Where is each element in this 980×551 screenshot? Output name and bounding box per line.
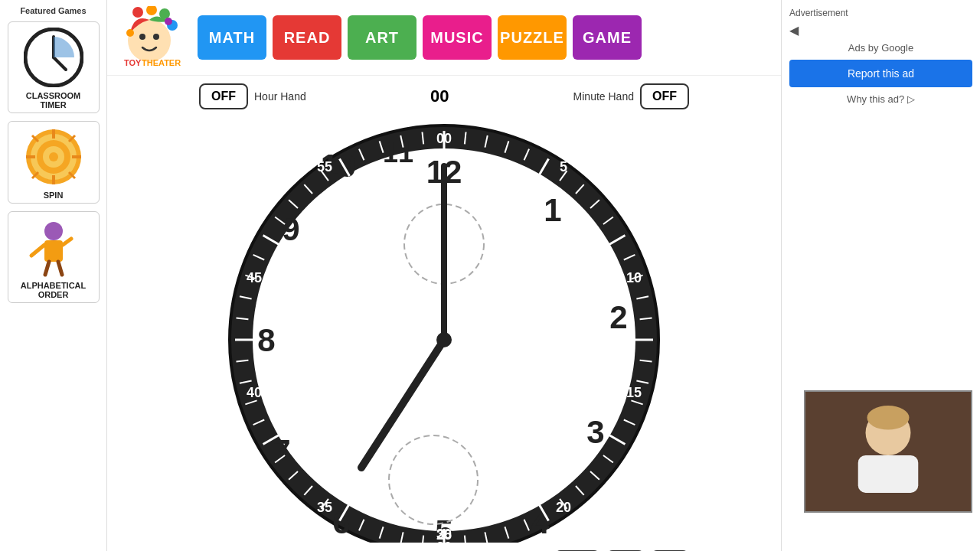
svg-text:1: 1 bbox=[544, 192, 561, 228]
svg-line-19 bbox=[63, 239, 71, 245]
svg-text:3: 3 bbox=[586, 414, 604, 450]
why-this-ad-link[interactable]: Why this ad? ▷ bbox=[789, 93, 972, 105]
svg-point-23 bbox=[146, 6, 157, 15]
webcam-person-icon bbox=[805, 390, 971, 513]
svg-text:TOY: TOY bbox=[124, 58, 142, 67]
main-content: TOY THEATER MATH READ ART MUSIC PUZZLE G… bbox=[107, 0, 781, 551]
ads-by-google-label: Ads by Google bbox=[789, 42, 972, 54]
nav-music-button[interactable]: MUSIC bbox=[423, 15, 492, 60]
svg-text:35: 35 bbox=[317, 500, 332, 515]
svg-point-29 bbox=[126, 29, 134, 37]
sidebar-item-spin[interactable]: SPIN bbox=[8, 121, 100, 204]
minute-hand-label: Minute Hand bbox=[573, 90, 634, 103]
svg-point-30 bbox=[165, 18, 172, 25]
ad-sidebar: Advertisement ◀ Ads by Google Report thi… bbox=[781, 0, 980, 551]
nav-game-button[interactable]: GAME bbox=[573, 15, 642, 60]
svg-point-22 bbox=[132, 7, 143, 18]
clock-area: OFF Hour Hand 00 Minute Hand OFF 12 1 2 bbox=[107, 76, 781, 551]
sidebar-item-label-alphabetical: ALPHABETICALORDER bbox=[21, 281, 87, 299]
svg-point-123 bbox=[436, 332, 452, 347]
clock-preview-icon bbox=[23, 27, 84, 88]
nav-art-button[interactable]: ART bbox=[348, 15, 416, 60]
svg-line-20 bbox=[45, 262, 49, 275]
alphabetical-preview-icon bbox=[23, 217, 84, 278]
minute-display: 00 bbox=[430, 86, 449, 106]
webcam-preview bbox=[804, 390, 972, 513]
svg-text:55: 55 bbox=[317, 159, 332, 174]
hour-hand-label: Hour Hand bbox=[254, 90, 306, 103]
hour-hand-off-button[interactable]: OFF bbox=[199, 83, 248, 109]
svg-point-127 bbox=[867, 406, 910, 429]
svg-rect-126 bbox=[858, 455, 919, 493]
sidebar-item-label-classroom-timer: CLASSROOMTIMER bbox=[26, 91, 81, 109]
svg-point-16 bbox=[44, 222, 63, 240]
svg-point-28 bbox=[153, 34, 159, 40]
analog-clock[interactable]: 12 1 2 3 4 5 6 7 8 9 10 11 00 5 10 15 20… bbox=[214, 114, 674, 543]
logo-area[interactable]: TOY THEATER bbox=[115, 6, 184, 69]
svg-text:4: 4 bbox=[531, 504, 550, 540]
svg-line-18 bbox=[31, 245, 44, 256]
top-nav: TOY THEATER MATH READ ART MUSIC PUZZLE G… bbox=[107, 0, 781, 76]
nav-read-button[interactable]: READ bbox=[273, 15, 341, 60]
sidebar: Featured Games CLASSROOMTIMER bbox=[0, 0, 107, 551]
clock-controls-top: OFF Hour Hand 00 Minute Hand OFF bbox=[199, 83, 689, 109]
svg-point-7 bbox=[49, 152, 58, 161]
toy-theater-logo-icon: TOY THEATER bbox=[115, 6, 184, 69]
why-this-ad-icon: ▷ bbox=[907, 93, 915, 105]
svg-text:6: 6 bbox=[332, 504, 350, 540]
spin-preview-icon bbox=[23, 126, 84, 187]
ad-back-button[interactable]: ◀ bbox=[789, 23, 972, 37]
nav-puzzle-button[interactable]: PUZZLE bbox=[498, 15, 567, 60]
svg-text:40: 40 bbox=[247, 385, 262, 400]
minute-hand-off-button[interactable]: OFF bbox=[640, 83, 689, 109]
svg-text:7: 7 bbox=[273, 433, 290, 469]
why-this-ad-label: Why this ad? bbox=[847, 93, 904, 105]
svg-line-21 bbox=[58, 262, 62, 275]
svg-text:8: 8 bbox=[257, 322, 275, 358]
svg-text:THEATER: THEATER bbox=[142, 58, 181, 67]
svg-text:9: 9 bbox=[282, 211, 299, 247]
svg-text:2: 2 bbox=[609, 299, 627, 335]
sidebar-title: Featured Games bbox=[20, 6, 86, 15]
svg-point-27 bbox=[139, 34, 145, 40]
advertisement-label: Advertisement bbox=[789, 8, 972, 18]
svg-text:11: 11 bbox=[383, 137, 413, 168]
svg-text:20: 20 bbox=[556, 500, 571, 515]
sidebar-item-label-spin: SPIN bbox=[44, 191, 64, 200]
svg-text:15: 15 bbox=[626, 385, 642, 400]
nav-math-button[interactable]: MATH bbox=[198, 15, 266, 60]
svg-rect-17 bbox=[44, 240, 63, 262]
sidebar-item-alphabetical-order[interactable]: ALPHABETICALORDER bbox=[8, 211, 100, 303]
report-ad-button[interactable]: Report this ad bbox=[789, 60, 972, 87]
sidebar-item-classroom-timer[interactable]: CLASSROOMTIMER bbox=[8, 21, 100, 113]
